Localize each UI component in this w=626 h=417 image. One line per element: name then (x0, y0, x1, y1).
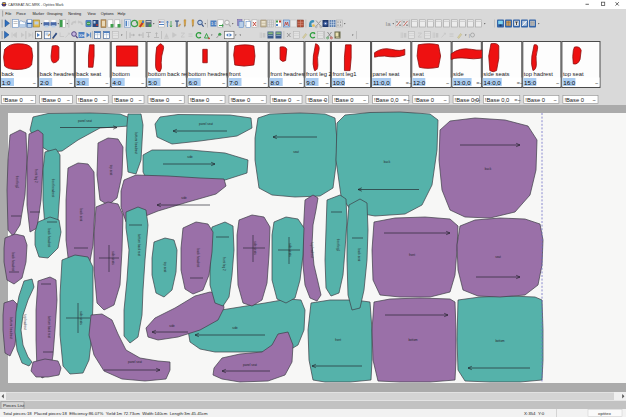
svg-text:6:0: 6:0 (189, 79, 198, 86)
svg-text:front leg1: front leg1 (15, 176, 19, 189)
svg-text:front: front (409, 253, 415, 257)
svg-text:panel seat: panel seat (78, 119, 92, 123)
svg-text:CARSEAT-NC.MRK - Optitex Mark: CARSEAT-NC.MRK - Optitex Mark (8, 3, 64, 7)
svg-text:top seat: top seat (163, 262, 167, 273)
svg-text:!Base 0: !Base 0 (525, 97, 545, 103)
svg-text:15:0: 15:0 (524, 79, 537, 86)
svg-text:~: ~ (366, 80, 369, 86)
svg-text:!Base 0: !Base 0 (150, 97, 170, 103)
svg-text:~: ~ (444, 97, 447, 103)
svg-text:front: front (335, 338, 341, 342)
svg-text:~: ~ (105, 80, 108, 86)
svg-text:side seats: side seats (253, 241, 257, 255)
svg-text:=~: =~ (517, 80, 523, 86)
svg-text:back headrest: back headrest (196, 249, 200, 268)
svg-text:~: ~ (263, 80, 266, 86)
svg-text:~: ~ (325, 80, 328, 86)
svg-text:back headrest: back headrest (47, 229, 51, 248)
svg-text:=~: =~ (403, 97, 409, 103)
svg-text:~: ~ (556, 80, 559, 86)
svg-text:bottom back rest: bottom back rest (47, 316, 51, 338)
svg-text:~: ~ (323, 97, 326, 103)
svg-text:!Base 0: !Base 0 (272, 97, 292, 103)
svg-text:panel seat: panel seat (199, 122, 213, 126)
svg-text:panel seat: panel seat (243, 363, 257, 367)
svg-text:~: ~ (553, 97, 556, 103)
svg-text:panel seat: panel seat (373, 71, 400, 77)
svg-text:2:0: 2:0 (40, 79, 49, 86)
svg-text:~: ~ (181, 80, 184, 86)
svg-text:~: ~ (179, 97, 182, 103)
svg-text:front leg1: front leg1 (336, 239, 340, 252)
svg-text:side seats: side seats (79, 311, 83, 325)
svg-text:3:0: 3:0 (77, 79, 86, 86)
svg-text:Nesting: Nesting (68, 12, 81, 16)
svg-text:side seats: side seats (483, 71, 509, 77)
svg-text:X:354 Y:0: X:354 Y:0 (524, 411, 545, 416)
svg-text:~: ~ (103, 97, 106, 103)
svg-text:=~: =~ (474, 97, 480, 103)
svg-text:bottom: bottom (495, 339, 505, 343)
svg-text:~: ~ (33, 80, 36, 86)
svg-text:11:0,0: 11:0,0 (373, 79, 390, 86)
svg-text:front leg 2: front leg 2 (222, 257, 226, 271)
svg-text:!Base 0,0: !Base 0,0 (485, 97, 510, 103)
svg-text:=~: =~ (406, 80, 412, 86)
svg-text:top seat: top seat (109, 165, 113, 176)
svg-text:!Base 0: !Base 0 (334, 97, 354, 103)
svg-text:!Base 0: !Base 0 (190, 97, 210, 103)
svg-text:~: ~ (69, 80, 72, 86)
svg-text:~: ~ (595, 80, 598, 86)
svg-text:back: back (384, 160, 391, 164)
svg-text:Options: Options (101, 12, 114, 16)
svg-text:View: View (88, 12, 96, 16)
svg-text:front: front (229, 71, 241, 77)
svg-text:bottom headrest: bottom headrest (134, 132, 138, 154)
svg-text:top hadrest: top hadrest (310, 242, 314, 257)
svg-text:seat: seat (293, 150, 299, 154)
svg-text:~: ~ (67, 97, 70, 103)
svg-text:top hadrest: top hadrest (524, 71, 553, 77)
svg-text:back headrest: back headrest (40, 71, 77, 77)
svg-text:Grouping: Grouping (47, 12, 63, 16)
svg-text:!Base 0: !Base 0 (414, 97, 434, 103)
svg-text:14:0,0: 14:0,0 (484, 79, 502, 86)
svg-text:~: ~ (220, 97, 223, 103)
svg-text:!Base 0: !Base 0 (231, 97, 251, 103)
svg-text:back seat: back seat (76, 71, 101, 77)
svg-text:bottom: bottom (112, 71, 130, 77)
svg-text:!Base 0,0: !Base 0,0 (374, 97, 399, 103)
svg-text:seat: seat (413, 71, 424, 77)
svg-text:!Base 0: !Base 0 (114, 97, 134, 103)
svg-text:Piece: Piece (16, 12, 26, 16)
svg-text:12:0: 12:0 (413, 79, 426, 86)
svg-text:~: ~ (446, 80, 449, 86)
svg-text:Marker: Marker (32, 12, 45, 16)
svg-text:~: ~ (30, 97, 33, 103)
svg-text:Total pieces:18 Placed pieces: Total pieces:18 Placed pieces:18 Efficie… (3, 411, 208, 416)
svg-text:front headrest: front headrest (51, 179, 55, 198)
svg-text:1:0: 1:0 (2, 79, 11, 86)
svg-text:side: side (232, 326, 238, 330)
svg-text:Help: Help (118, 12, 126, 16)
svg-text:bottom back rest: bottom back rest (148, 71, 191, 77)
svg-text:back: back (2, 71, 14, 77)
svg-text:front headrest: front headrest (270, 71, 306, 77)
svg-text:7:0: 7:0 (229, 79, 238, 86)
svg-text:1:1: 1:1 (211, 21, 217, 26)
svg-text:XH: XH (79, 33, 85, 38)
svg-text:back seat: back seat (79, 209, 83, 222)
svg-text:side seats: side seats (288, 243, 292, 257)
svg-text:Pieces List: Pieces List (3, 402, 25, 407)
svg-text:4:0: 4:0 (113, 79, 122, 86)
svg-text:~: ~ (222, 80, 225, 86)
svg-text:optitex: optitex (598, 411, 612, 416)
svg-text:top seat: top seat (563, 71, 584, 77)
svg-text:top hadrest: top hadrest (23, 314, 27, 329)
svg-text:back: back (485, 167, 492, 171)
svg-text:~: ~ (261, 97, 264, 103)
svg-text:seat: seat (495, 255, 501, 259)
svg-text:10:0: 10:0 (333, 79, 346, 86)
svg-text:side: side (187, 155, 193, 159)
svg-text:~: ~ (593, 97, 596, 103)
